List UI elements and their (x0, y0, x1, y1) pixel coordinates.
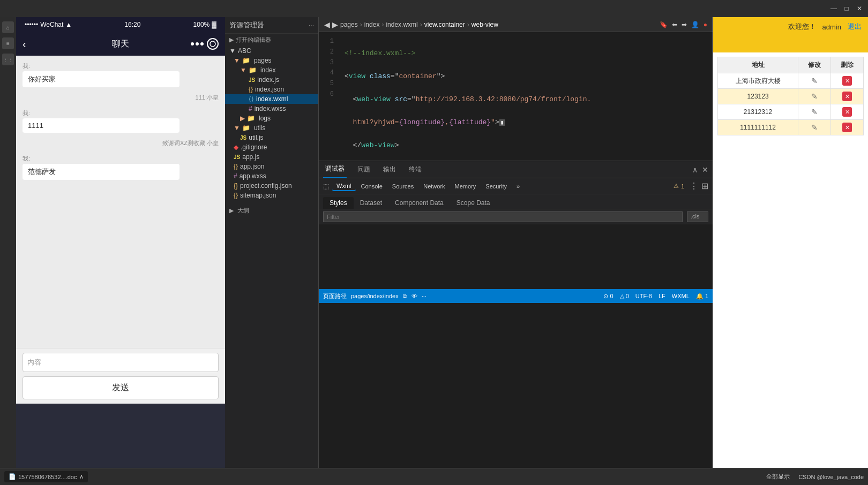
debug-body (319, 224, 713, 289)
warn-count: 1 (681, 183, 684, 190)
tree-file-util-js[interactable]: JS util.js (225, 133, 318, 142)
fwd-icon[interactable]: ➡ (682, 21, 687, 28)
outline-section[interactable]: ▶ 大纲 (225, 204, 318, 217)
folder-icon-index: ▼ (240, 66, 246, 74)
code-lines[interactable]: <!--index.wxml--> <view class="container… (338, 32, 713, 161)
debug-collapse-btn[interactable]: ∧ (692, 165, 698, 174)
tree-folder-utils[interactable]: ▼ 📁 utils (225, 123, 318, 133)
table-cell-edit-4[interactable]: ✎ (798, 120, 831, 135)
delete-btn-2[interactable]: ✕ (842, 92, 852, 101)
breadcrumb-index[interactable]: index (364, 21, 380, 28)
tree-folder-index[interactable]: ▼ 📁 index (225, 65, 318, 75)
delete-btn-4[interactable]: ✕ (842, 123, 852, 132)
debug-tool-more[interactable]: » (512, 182, 524, 191)
phone-header-dots[interactable] (191, 42, 204, 46)
delete-btn-1[interactable]: ✕ (842, 76, 852, 86)
breadcrumb-webview[interactable]: web-view (472, 21, 498, 28)
tree-file-index-wxss[interactable]: # index.wxss (225, 104, 318, 113)
table-cell-edit-2[interactable]: ✎ (798, 89, 831, 104)
table-cell-delete-2[interactable]: ✕ (831, 89, 864, 104)
phone-message-input[interactable]: 内容 (23, 353, 219, 372)
breadcrumb-nav-back[interactable]: ◀ (324, 20, 330, 29)
folder-icon-pages: ▼ (234, 57, 240, 64)
sidebar-icon-dots[interactable]: ⋮⋮ (2, 54, 14, 65)
tree-file-project-config[interactable]: {} project.config.json (225, 181, 318, 191)
close-btn[interactable]: ✕ (855, 4, 864, 13)
tree-file-app-json[interactable]: {} app.json (225, 162, 318, 171)
edit-icon-2[interactable]: ✎ (811, 92, 818, 101)
edit-icon-1[interactable]: ✎ (811, 77, 818, 85)
debug-tool-console[interactable]: Console (357, 182, 387, 191)
debug-tool-memory[interactable]: Memory (451, 182, 481, 191)
bottom-file-close[interactable]: ∧ (79, 473, 84, 480)
table-cell-edit-1[interactable]: ✎ (798, 73, 831, 89)
open-editors-chevron: ▶ (229, 36, 234, 43)
status-more-icon[interactable]: ··· (422, 293, 426, 299)
status-view-icon[interactable]: 👁 (411, 293, 417, 299)
tree-root-abc[interactable]: ▼ ABC (225, 46, 318, 56)
debug-tool-security[interactable]: Security (481, 182, 511, 191)
wxss-icon-appwxss: # (234, 172, 237, 180)
debug-content-tab-scope[interactable]: Scope Data (450, 197, 497, 209)
debug-filter-input[interactable] (323, 211, 683, 222)
bottom-file-item[interactable]: 📄 1577580676532....doc ∧ (4, 471, 88, 482)
file-tree-actions: ··· (309, 21, 314, 29)
table-row: 21312312 ✎ ✕ (718, 104, 864, 120)
back-icon[interactable]: ⬅ (672, 21, 677, 28)
debug-content-tab-styles[interactable]: Styles (323, 197, 354, 209)
tree-indexwxss-label: index.wxss (255, 105, 286, 112)
debug-content-tab-dataset[interactable]: Dataset (354, 197, 388, 209)
debug-tab-output[interactable]: 输出 (381, 161, 398, 178)
debug-tool-sources[interactable]: Sources (388, 182, 418, 191)
breadcrumb-indexwxml[interactable]: index.wxml (386, 21, 417, 28)
admin-logout-btn[interactable]: 退出 (848, 22, 862, 32)
tree-file-sitemap[interactable]: {} sitemap.json (225, 191, 318, 200)
table-cell-delete-1[interactable]: ✕ (831, 73, 864, 89)
status-copy-icon[interactable]: ⧉ (403, 293, 407, 300)
phone-send-button[interactable]: 发送 (23, 376, 219, 399)
table-cell-delete-4[interactable]: ✕ (831, 120, 864, 135)
tree-appwxss-label: app.wxss (240, 172, 266, 180)
debug-layout-icon[interactable]: ⊞ (701, 181, 708, 191)
debug-tab-terminal[interactable]: 终端 (407, 161, 424, 178)
tree-file-gitignore[interactable]: ◆ .gitignore (225, 142, 318, 152)
minimize-btn[interactable]: — (829, 4, 838, 13)
bottom-show-all-btn[interactable]: 全部显示 (766, 473, 790, 481)
tree-folder-pages[interactable]: ▼ 📁 pages (225, 56, 318, 65)
debug-settings-icon[interactable]: ⋮ (690, 181, 698, 191)
debug-filter-row: .cls (319, 209, 713, 224)
table-cell-delete-3[interactable]: ✕ (831, 104, 864, 120)
debug-cls-btn[interactable]: .cls (687, 211, 708, 222)
table-cell-edit-3[interactable]: ✎ (798, 104, 831, 120)
file-tree-more-btn[interactable]: ··· (309, 21, 314, 29)
maximize-btn[interactable]: □ (842, 4, 851, 13)
delete-btn-3[interactable]: ✕ (842, 107, 852, 117)
sidebar-icon-nav[interactable]: ≡ (2, 37, 14, 49)
tree-logs-label: logs (259, 115, 271, 122)
debug-pointer-icon[interactable]: ⬚ (323, 183, 329, 190)
tree-file-index-js[interactable]: JS index.js (225, 75, 318, 85)
tree-file-index-wxml[interactable]: ⟨⟩ index.wxml (225, 94, 318, 104)
debug-tab-debugger[interactable]: 调试器 (323, 161, 347, 178)
phone-back-btn[interactable]: ‹ (23, 38, 26, 50)
debug-tool-wxml[interactable]: Wxml (332, 181, 356, 191)
phone-header-circle[interactable] (207, 38, 219, 50)
sidebar-icon-home[interactable]: ⌂ (2, 21, 14, 33)
debug-close-btn[interactable]: ✕ (702, 165, 708, 174)
debug-content-tab-component[interactable]: Component Data (388, 197, 450, 209)
tree-root-label: ABC (238, 47, 251, 55)
tree-folder-logs[interactable]: ▶ 📁 logs (225, 113, 318, 123)
edit-icon-3[interactable]: ✎ (811, 108, 818, 116)
breadcrumb-viewcontainer[interactable]: view.container (424, 21, 465, 28)
tree-file-app-wxss[interactable]: # app.wxss (225, 171, 318, 181)
tree-file-index-json[interactable]: {} index.json (225, 85, 318, 94)
breadcrumb-nav-fwd[interactable]: ▶ (332, 20, 338, 29)
bookmark-icon[interactable]: 🔖 (660, 21, 668, 28)
open-editors-section[interactable]: ▶ 打开的编辑器 (225, 34, 318, 46)
edit-icon-4[interactable]: ✎ (811, 123, 818, 132)
breadcrumb-pages[interactable]: pages (340, 21, 358, 28)
tree-file-app-js[interactable]: JS app.js (225, 152, 318, 162)
phone-status-right: 100% ▓ (193, 21, 216, 28)
debug-tool-network[interactable]: Network (419, 182, 449, 191)
debug-tab-issues[interactable]: 问题 (355, 161, 372, 178)
